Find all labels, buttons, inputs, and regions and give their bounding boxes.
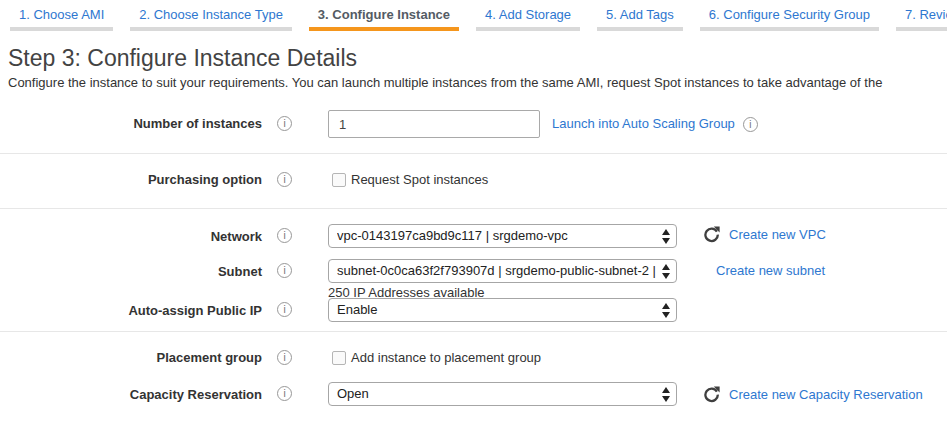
section-purchasing: Purchasing option Request Spot instances <box>0 154 947 209</box>
add-instance-to-placement-group-label: Add instance to placement group <box>351 349 541 367</box>
section-instances: Number of instances Launch into Auto Sca… <box>0 90 947 154</box>
tab-configure-security-group[interactable]: 6. Configure Security Group <box>700 5 879 31</box>
info-icon[interactable] <box>277 263 292 278</box>
info-icon[interactable] <box>277 302 292 317</box>
create-new-subnet-link[interactable]: Create new subnet <box>716 263 825 278</box>
row-purchasing-option: Purchasing option Request Spot instances <box>0 171 947 189</box>
info-icon[interactable] <box>277 228 292 243</box>
number-of-instances-label: Number of instances <box>0 110 262 131</box>
info-icon[interactable] <box>277 116 292 131</box>
wizard-step-tabs: 1. Choose AMI 2. Choose Instance Type 3.… <box>0 0 947 31</box>
info-icon[interactable] <box>743 117 758 132</box>
auto-assign-public-ip-label: Auto-assign Public IP <box>0 298 262 318</box>
create-new-vpc-link[interactable]: Create new VPC <box>729 227 826 243</box>
refresh-icon[interactable] <box>703 226 720 243</box>
request-spot-instances-label: Request Spot instances <box>351 171 488 189</box>
select-updown-icon <box>661 229 670 244</box>
page-title: Step 3: Configure Instance Details <box>8 44 947 72</box>
tab-add-tags[interactable]: 5. Add Tags <box>597 5 683 31</box>
refresh-icon[interactable] <box>703 386 720 403</box>
section-network: Network vpc-0143197ca9bd9c117 | srgdemo-… <box>0 209 947 332</box>
tab-configure-instance[interactable]: 3. Configure Instance <box>309 5 459 31</box>
create-new-capacity-reservation-link[interactable]: Create new Capacity Reservation <box>729 387 923 403</box>
capacity-reservation-label: Capacity Reservation <box>0 382 262 402</box>
network-label: Network <box>0 224 262 244</box>
capacity-reservation-select[interactable]: Open <box>328 382 677 406</box>
select-updown-icon <box>661 303 670 318</box>
select-updown-icon <box>661 264 670 279</box>
row-auto-assign-public-ip: Auto-assign Public IP Enable <box>0 298 947 322</box>
select-updown-icon <box>661 387 670 402</box>
subnet-select[interactable]: subnet-0c0ca63f2f793907d | srgdemo-publi… <box>328 259 677 283</box>
row-capacity-reservation: Capacity Reservation Open Create new Cap… <box>0 382 947 406</box>
info-icon[interactable] <box>277 172 292 187</box>
purchasing-option-label: Purchasing option <box>0 171 262 187</box>
subnet-label: Subnet <box>0 259 262 279</box>
request-spot-instances-checkbox[interactable] <box>332 173 346 187</box>
row-number-of-instances: Number of instances Launch into Auto Sca… <box>0 110 947 138</box>
tab-choose-ami[interactable]: 1. Choose AMI <box>10 5 113 31</box>
add-instance-to-placement-group-checkbox[interactable] <box>332 351 346 365</box>
network-select[interactable]: vpc-0143197ca9bd9c117 | srgdemo-vpc <box>328 224 677 248</box>
placement-group-label: Placement group <box>0 349 262 365</box>
row-subnet: Subnet subnet-0c0ca63f2f793907d | srgdem… <box>0 259 947 300</box>
page-description: Configure the instance to suit your requ… <box>8 75 947 90</box>
number-of-instances-input[interactable] <box>328 110 540 138</box>
section-placement: Placement group Add instance to placemen… <box>0 332 947 416</box>
info-icon[interactable] <box>277 386 292 401</box>
tab-choose-instance-type[interactable]: 2. Choose Instance Type <box>130 5 292 31</box>
row-network: Network vpc-0143197ca9bd9c117 | srgdemo-… <box>0 224 947 248</box>
tab-add-storage[interactable]: 4. Add Storage <box>476 5 580 31</box>
row-placement-group: Placement group Add instance to placemen… <box>0 349 947 367</box>
info-icon[interactable] <box>277 350 292 365</box>
tab-review[interactable]: 7. Review <box>896 5 947 31</box>
auto-assign-public-ip-select[interactable]: Enable <box>328 298 677 322</box>
launch-into-auto-scaling-group-link[interactable]: Launch into Auto Scaling Group <box>552 116 735 132</box>
